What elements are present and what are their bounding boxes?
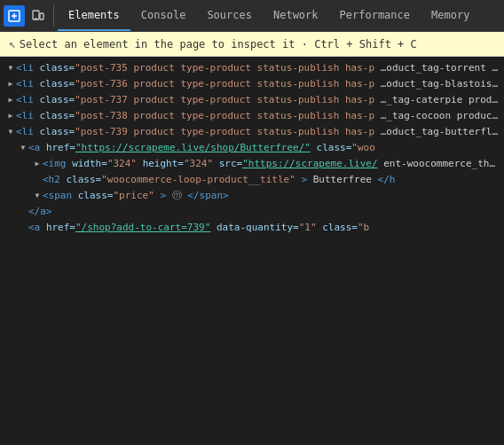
dom-line[interactable]: <li class="post-739 product type-product… [0, 124, 504, 140]
dom-line[interactable]: <a href="/shop?add-to-cart=739" data-qua… [0, 220, 504, 236]
dom-line[interactable]: <li class="post-736 product type-product… [0, 76, 504, 92]
dom-panel[interactable]: <li class="post-735 product type-product… [0, 57, 504, 441]
devtools-icon-group [4, 5, 54, 27]
tab-memory[interactable]: Memory [421, 0, 480, 31]
svg-rect-2 [40, 13, 43, 20]
dom-line[interactable]: <a href="https://scrapeme.live/shop/Butt… [0, 140, 504, 156]
dom-line[interactable]: <h2 class="woocommerce-loop-product__tit… [0, 172, 504, 188]
triangle-icon[interactable] [18, 143, 28, 153]
device-toggle-button[interactable] [27, 5, 48, 27]
devtools-tabs: Elements Console Sources Network Perform… [58, 0, 480, 31]
dom-line[interactable]: <li class="post-735 product type-product… [0, 60, 504, 76]
dom-line[interactable]: <li class="post-737 product type-product… [0, 92, 504, 108]
tab-network[interactable]: Network [263, 0, 329, 31]
triangle-icon[interactable] [5, 111, 16, 121]
triangle-icon[interactable] [5, 63, 16, 74]
inspect-button[interactable] [4, 5, 25, 27]
cursor-icon: ↖ [9, 37, 16, 51]
triangle-icon[interactable] [32, 191, 43, 201]
triangle-icon[interactable] [5, 127, 16, 137]
triangle-icon[interactable] [32, 159, 43, 169]
tab-performance[interactable]: Performance [329, 0, 421, 31]
dom-line[interactable]: <img width="324" height="324" src="https… [0, 156, 504, 172]
dom-line[interactable]: <span class="price" > ⓜ </span> [0, 188, 504, 204]
dom-line[interactable]: </a> [0, 204, 504, 220]
tab-elements[interactable]: Elements [58, 0, 130, 31]
devtools-header: Elements Console Sources Network Perform… [0, 0, 504, 32]
tab-console[interactable]: Console [130, 0, 197, 31]
tab-sources[interactable]: Sources [196, 0, 263, 31]
triangle-icon[interactable] [5, 95, 16, 105]
dom-line[interactable]: <li class="post-738 product type-product… [0, 108, 504, 124]
inspect-bar: ↖ Select an element in the page to inspe… [0, 32, 504, 57]
inspect-bar-text: Select an element in the page to inspect… [20, 38, 417, 51]
triangle-icon[interactable] [5, 79, 16, 90]
main-content: <li class="post-735 product type-product… [0, 57, 504, 441]
